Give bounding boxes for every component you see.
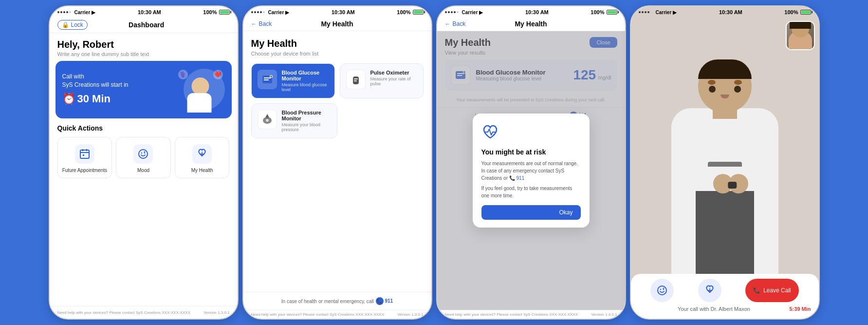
- back-button-3[interactable]: ← Back: [445, 20, 466, 27]
- s4-battery-pct: 100%: [784, 9, 798, 15]
- s3-nav-title: My Health: [515, 20, 547, 28]
- call-timer: 5:39 Min: [789, 306, 811, 312]
- status-bar-3: Carrier ▶ 10:30 AM 100%: [437, 6, 625, 17]
- avatar-placeholder: [787, 22, 814, 49]
- mouth: [720, 95, 729, 98]
- status-bar-2: Carrier ▶ 10:30 AM 100%: [243, 6, 431, 17]
- back-arrow-3: ←: [445, 20, 451, 27]
- s2-nav-title: My Health: [321, 20, 353, 28]
- qa-my-health[interactable]: My Health: [175, 137, 230, 178]
- s2-version: Version 1.3.0.1: [397, 312, 423, 317]
- device-card-pulse[interactable]: Pulse Oximeter Measure your rate of puls…: [340, 63, 424, 98]
- s2-battery-fill: [414, 11, 423, 14]
- leave-call-button[interactable]: 📞 Leave Call: [745, 279, 799, 302]
- alarm-icon: ⏰: [62, 92, 75, 107]
- device-name-pulse: Pulse Oximeter: [370, 70, 417, 76]
- s2-dot1: [251, 11, 253, 13]
- svg-point-16: [266, 119, 269, 122]
- banner-line1: Call with: [62, 73, 129, 81]
- banner-text: Call with SyS Creations will start in ⏰ …: [62, 73, 129, 107]
- call-info-text: Your call with Dr. Albert Maxon: [678, 306, 750, 312]
- qa-label-appointments: Future Appointments: [62, 168, 107, 173]
- device-info-pressure: Blood Pressure Monitor Measure your bloo…: [282, 110, 331, 132]
- health-ctrl-button[interactable]: [698, 279, 721, 302]
- timer-value: 30 Min: [77, 92, 111, 107]
- s3-help-text: Need help with your devices? Please cont…: [445, 312, 578, 317]
- eye-left: [709, 86, 716, 93]
- s3-dot4: [454, 11, 456, 13]
- s4-wifi: ▶: [673, 10, 677, 15]
- banner-timer: ⏰ 30 Min: [62, 92, 129, 107]
- s4-controls-row: 📞 Leave Call: [639, 279, 811, 302]
- s4-signal-dots: [639, 11, 652, 13]
- s3-battery-fill: [608, 11, 616, 14]
- device-desc-pulse: Measure your rate of pulse: [370, 76, 417, 86]
- dot1: [57, 11, 59, 13]
- s3-time: 10:30 AM: [525, 9, 549, 15]
- dashboard-content: Hely, Robert Write any one line dummy su…: [50, 33, 238, 319]
- s3-signal-dots: [445, 11, 459, 13]
- modal-heading: You might be at risk: [481, 148, 581, 156]
- s4-dot1: [639, 11, 641, 13]
- s4-dot5: [650, 11, 652, 13]
- qa-icon-mood: [133, 144, 153, 164]
- battery-pct-1: 100%: [203, 9, 217, 15]
- dot3: [63, 11, 65, 13]
- user-greeting-subtitle: Write any one line dummy sub title text: [57, 51, 230, 57]
- s3-footer: Need help with your devices? Please cont…: [437, 310, 625, 319]
- dot2: [60, 11, 62, 13]
- s3-navbar: ← Back My Health: [437, 17, 625, 31]
- qa-future-appointments[interactable]: Future Appointments: [57, 137, 112, 178]
- doctor-coat-s: [187, 93, 211, 113]
- leave-label: Leave Call: [763, 287, 791, 294]
- qa-mood[interactable]: Mood: [116, 137, 171, 178]
- svg-rect-11: [354, 78, 358, 79]
- device-card-pressure[interactable]: Blood Pressure Monitor Measure your bloo…: [251, 103, 337, 138]
- device-desc-glucose: Measure blood glucose level: [282, 82, 329, 92]
- svg-point-3: [144, 153, 145, 153]
- eyebrow-left: [708, 80, 716, 85]
- dot5: [69, 11, 71, 13]
- status-left: Carrier ▶: [57, 10, 96, 15]
- s2-content: My Health Choose your device from list: [243, 31, 431, 292]
- s2-battery-bar: [413, 10, 424, 15]
- svg-rect-12: [354, 80, 357, 81]
- watch: [728, 182, 737, 189]
- s2-time: 10:30 AM: [332, 9, 355, 15]
- dot4: [66, 11, 68, 13]
- s2-dot2: [254, 11, 256, 13]
- s3-carrier: Carrier: [462, 10, 478, 15]
- mood-ctrl-button[interactable]: [650, 279, 674, 302]
- okay-button[interactable]: Okay: [481, 205, 581, 220]
- device-card-glucose[interactable]: Blood Glucose Monitor Measure blood gluc…: [251, 63, 335, 98]
- s4-call-info: Your call with Dr. Albert Maxon 5:39 Min: [639, 306, 811, 312]
- battery-right: 100%: [203, 9, 229, 15]
- user-greeting-name: Hely, Robert: [57, 39, 230, 50]
- s3-dot3: [451, 11, 453, 13]
- back-button-2[interactable]: ← Back: [251, 20, 272, 27]
- back-label-3: Back: [453, 20, 466, 27]
- hair: [698, 59, 752, 79]
- phone-icon-leave: 📞: [753, 287, 760, 294]
- s2-call-911[interactable]: 📞 911: [376, 297, 393, 305]
- doctor-body: [187, 77, 214, 112]
- s4-dot2: [642, 11, 644, 13]
- lock-button[interactable]: 🔒 Lock: [57, 20, 88, 30]
- s4-user-avatar: [786, 21, 815, 50]
- svg-point-2: [141, 153, 142, 153]
- device-desc-pressure: Measure your blood pressure: [282, 122, 331, 132]
- svg-point-25: [663, 289, 664, 290]
- svg-rect-15: [267, 115, 268, 116]
- phone-screen-3: Carrier ▶ 10:30 AM 100% ← Back My Health…: [436, 5, 626, 320]
- quick-actions-section: Quick Actions Future Appointments: [50, 118, 238, 182]
- modal-911-link[interactable]: 📞 911: [509, 175, 524, 181]
- eye-right: [734, 86, 741, 93]
- device-icon-pressure: [258, 110, 277, 129]
- s2-dot5: [263, 11, 265, 13]
- s2-emergency-row: In case of health or mental emergency, c…: [251, 297, 424, 305]
- s4-status-left: Carrier ▶: [639, 10, 677, 15]
- risk-modal: You might be at risk Your measurements a…: [473, 114, 590, 228]
- s3-dot1: [445, 11, 447, 13]
- modal-para2: If you feel good, try to take measuremen…: [481, 185, 581, 199]
- s2-heading: My Health: [251, 38, 424, 49]
